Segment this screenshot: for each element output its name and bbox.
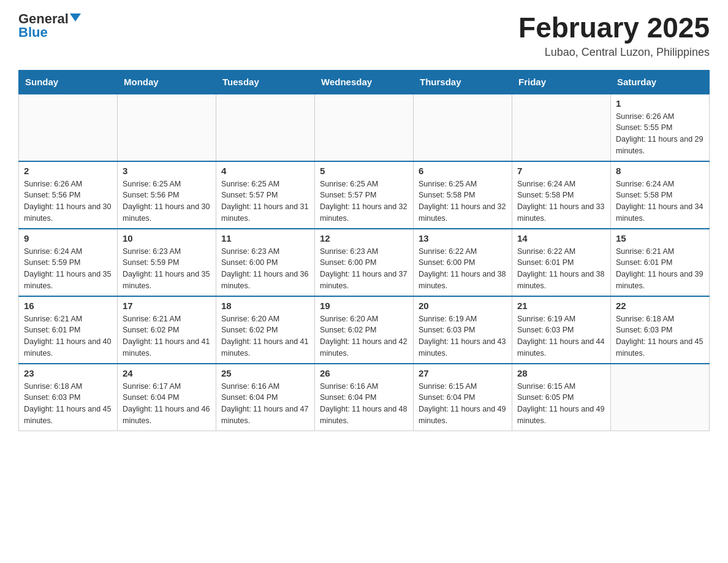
calendar-cell: 18Sunrise: 6:20 AMSunset: 6:02 PMDayligh… <box>216 296 315 364</box>
calendar-cell: 16Sunrise: 6:21 AMSunset: 6:01 PMDayligh… <box>19 296 118 364</box>
day-number: 14 <box>517 233 605 243</box>
day-info: Sunrise: 6:18 AMSunset: 6:03 PMDaylight:… <box>24 381 112 427</box>
day-number: 27 <box>419 368 507 378</box>
day-info: Sunrise: 6:15 AMSunset: 6:04 PMDaylight:… <box>419 381 507 427</box>
day-number: 7 <box>517 166 605 176</box>
subtitle: Lubao, Central Luzon, Philippines <box>518 46 710 59</box>
day-info: Sunrise: 6:19 AMSunset: 6:03 PMDaylight:… <box>419 313 507 359</box>
title-section: February 2025 Lubao, Central Luzon, Phil… <box>518 12 710 59</box>
day-number: 9 <box>24 233 112 243</box>
calendar-header-sunday: Sunday <box>19 70 118 94</box>
calendar-header-wednesday: Wednesday <box>315 70 414 94</box>
calendar-cell: 14Sunrise: 6:22 AMSunset: 6:01 PMDayligh… <box>512 229 611 296</box>
week-row-3: 16Sunrise: 6:21 AMSunset: 6:01 PMDayligh… <box>19 296 710 364</box>
week-row-1: 2Sunrise: 6:26 AMSunset: 5:56 PMDaylight… <box>19 161 710 229</box>
calendar-header-monday: Monday <box>118 70 216 94</box>
day-number: 4 <box>221 166 309 176</box>
calendar-cell: 5Sunrise: 6:25 AMSunset: 5:57 PMDaylight… <box>315 161 414 229</box>
day-number: 24 <box>123 368 211 378</box>
day-info: Sunrise: 6:21 AMSunset: 6:02 PMDaylight:… <box>123 313 211 359</box>
main-title: February 2025 <box>518 12 710 44</box>
page-header: General Blue February 2025 Lubao, Centra… <box>18 12 710 59</box>
calendar-cell: 2Sunrise: 6:26 AMSunset: 5:56 PMDaylight… <box>19 161 118 229</box>
day-info: Sunrise: 6:22 AMSunset: 6:01 PMDaylight:… <box>517 246 605 292</box>
week-row-0: 1Sunrise: 6:26 AMSunset: 5:55 PMDaylight… <box>19 94 710 161</box>
day-info: Sunrise: 6:22 AMSunset: 6:00 PMDaylight:… <box>419 246 507 292</box>
calendar-cell <box>315 94 414 161</box>
week-row-4: 23Sunrise: 6:18 AMSunset: 6:03 PMDayligh… <box>19 364 710 431</box>
day-number: 21 <box>517 301 605 311</box>
calendar-cell: 3Sunrise: 6:25 AMSunset: 5:56 PMDaylight… <box>118 161 216 229</box>
calendar-cell: 10Sunrise: 6:23 AMSunset: 5:59 PMDayligh… <box>118 229 216 296</box>
calendar-cell: 26Sunrise: 6:16 AMSunset: 6:04 PMDayligh… <box>315 364 414 431</box>
day-info: Sunrise: 6:24 AMSunset: 5:59 PMDaylight:… <box>24 246 112 292</box>
day-number: 25 <box>221 368 309 378</box>
calendar-cell: 27Sunrise: 6:15 AMSunset: 6:04 PMDayligh… <box>414 364 512 431</box>
calendar-cell: 12Sunrise: 6:23 AMSunset: 6:00 PMDayligh… <box>315 229 414 296</box>
logo: General Blue <box>18 12 81 39</box>
day-info: Sunrise: 6:23 AMSunset: 5:59 PMDaylight:… <box>123 246 211 292</box>
week-row-2: 9Sunrise: 6:24 AMSunset: 5:59 PMDaylight… <box>19 229 710 296</box>
calendar-cell: 8Sunrise: 6:24 AMSunset: 5:58 PMDaylight… <box>611 161 710 229</box>
calendar-cell: 24Sunrise: 6:17 AMSunset: 6:04 PMDayligh… <box>118 364 216 431</box>
calendar-header-tuesday: Tuesday <box>216 70 315 94</box>
calendar-cell: 19Sunrise: 6:20 AMSunset: 6:02 PMDayligh… <box>315 296 414 364</box>
day-info: Sunrise: 6:15 AMSunset: 6:05 PMDaylight:… <box>517 381 605 427</box>
calendar-cell: 1Sunrise: 6:26 AMSunset: 5:55 PMDaylight… <box>611 94 710 161</box>
day-number: 20 <box>419 301 507 311</box>
day-info: Sunrise: 6:21 AMSunset: 6:01 PMDaylight:… <box>24 313 112 359</box>
calendar-cell <box>611 364 710 431</box>
day-number: 5 <box>320 166 408 176</box>
day-number: 11 <box>221 233 309 243</box>
day-info: Sunrise: 6:26 AMSunset: 5:56 PMDaylight:… <box>24 178 112 224</box>
calendar-cell <box>414 94 512 161</box>
day-number: 6 <box>419 166 507 176</box>
day-number: 3 <box>123 166 211 176</box>
day-number: 16 <box>24 301 112 311</box>
calendar-cell: 7Sunrise: 6:24 AMSunset: 5:58 PMDaylight… <box>512 161 611 229</box>
calendar-cell: 6Sunrise: 6:25 AMSunset: 5:58 PMDaylight… <box>414 161 512 229</box>
day-number: 28 <box>517 368 605 378</box>
day-info: Sunrise: 6:26 AMSunset: 5:55 PMDaylight:… <box>616 111 704 157</box>
calendar-cell: 11Sunrise: 6:23 AMSunset: 6:00 PMDayligh… <box>216 229 315 296</box>
day-number: 26 <box>320 368 408 378</box>
calendar-header-thursday: Thursday <box>414 70 512 94</box>
day-info: Sunrise: 6:24 AMSunset: 5:58 PMDaylight:… <box>517 178 605 224</box>
day-number: 13 <box>419 233 507 243</box>
logo-blue-text: Blue <box>18 26 48 39</box>
day-info: Sunrise: 6:20 AMSunset: 6:02 PMDaylight:… <box>320 313 408 359</box>
calendar-cell <box>216 94 315 161</box>
logo-general-text: General <box>18 12 69 26</box>
day-number: 10 <box>123 233 211 243</box>
calendar-table: SundayMondayTuesdayWednesdayThursdayFrid… <box>18 70 710 432</box>
day-info: Sunrise: 6:17 AMSunset: 6:04 PMDaylight:… <box>123 381 211 427</box>
day-info: Sunrise: 6:21 AMSunset: 6:01 PMDaylight:… <box>616 246 704 292</box>
day-info: Sunrise: 6:25 AMSunset: 5:57 PMDaylight:… <box>320 178 408 224</box>
calendar-cell: 17Sunrise: 6:21 AMSunset: 6:02 PMDayligh… <box>118 296 216 364</box>
day-number: 22 <box>616 301 704 311</box>
day-info: Sunrise: 6:25 AMSunset: 5:58 PMDaylight:… <box>419 178 507 224</box>
calendar-cell: 25Sunrise: 6:16 AMSunset: 6:04 PMDayligh… <box>216 364 315 431</box>
calendar-cell: 15Sunrise: 6:21 AMSunset: 6:01 PMDayligh… <box>611 229 710 296</box>
day-info: Sunrise: 6:16 AMSunset: 6:04 PMDaylight:… <box>221 381 309 427</box>
day-info: Sunrise: 6:16 AMSunset: 6:04 PMDaylight:… <box>320 381 408 427</box>
calendar-cell: 4Sunrise: 6:25 AMSunset: 5:57 PMDaylight… <box>216 161 315 229</box>
day-info: Sunrise: 6:25 AMSunset: 5:56 PMDaylight:… <box>123 178 211 224</box>
calendar-cell: 28Sunrise: 6:15 AMSunset: 6:05 PMDayligh… <box>512 364 611 431</box>
day-number: 23 <box>24 368 112 378</box>
calendar-cell: 23Sunrise: 6:18 AMSunset: 6:03 PMDayligh… <box>19 364 118 431</box>
calendar-header-friday: Friday <box>512 70 611 94</box>
day-info: Sunrise: 6:23 AMSunset: 6:00 PMDaylight:… <box>320 246 408 292</box>
calendar-cell <box>19 94 118 161</box>
day-info: Sunrise: 6:19 AMSunset: 6:03 PMDaylight:… <box>517 313 605 359</box>
calendar-header-saturday: Saturday <box>611 70 710 94</box>
day-number: 19 <box>320 301 408 311</box>
calendar-cell <box>512 94 611 161</box>
calendar-cell: 9Sunrise: 6:24 AMSunset: 5:59 PMDaylight… <box>19 229 118 296</box>
day-number: 2 <box>24 166 112 176</box>
day-info: Sunrise: 6:25 AMSunset: 5:57 PMDaylight:… <box>221 178 309 224</box>
day-info: Sunrise: 6:23 AMSunset: 6:00 PMDaylight:… <box>221 246 309 292</box>
calendar-header-row: SundayMondayTuesdayWednesdayThursdayFrid… <box>19 70 710 94</box>
calendar-cell: 22Sunrise: 6:18 AMSunset: 6:03 PMDayligh… <box>611 296 710 364</box>
calendar-cell: 20Sunrise: 6:19 AMSunset: 6:03 PMDayligh… <box>414 296 512 364</box>
